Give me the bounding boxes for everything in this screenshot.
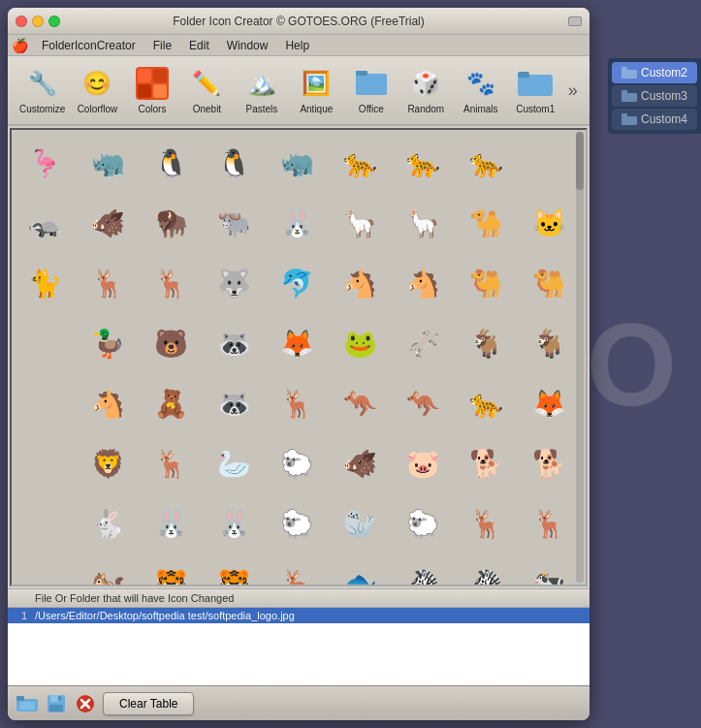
resize-handle[interactable] xyxy=(568,16,582,26)
animal-cell[interactable]: 🦙 xyxy=(395,194,453,252)
toolbar-colorflow[interactable]: 😊 Colorflow xyxy=(71,59,123,121)
animal-cell[interactable]: 🐴 xyxy=(332,254,390,312)
animal-cell[interactable]: 🐈 xyxy=(16,254,74,312)
animal-cell[interactable]: 🦌 xyxy=(268,374,326,432)
toolbar-random[interactable]: 🎲 Random xyxy=(399,59,452,121)
animal-cell[interactable]: 🦌 xyxy=(142,434,200,492)
animal-cell[interactable]: 🐰 xyxy=(142,494,200,553)
animal-cell[interactable]: 🦘 xyxy=(332,374,390,432)
animal-cell[interactable]: 🦢 xyxy=(205,434,263,492)
animal-cell[interactable]: 🐆 xyxy=(332,134,390,192)
animal-cell[interactable]: 🦌 xyxy=(458,494,516,553)
animal-cell[interactable]: 🐑 xyxy=(268,434,326,492)
toolbar-animals[interactable]: 🐾 Animals xyxy=(455,59,507,121)
animal-cell[interactable] xyxy=(16,434,74,492)
toolbar-office[interactable]: Office xyxy=(345,59,398,121)
animal-cell[interactable]: 🐃 xyxy=(205,194,263,252)
animal-cell[interactable] xyxy=(16,314,74,372)
animal-cell[interactable]: 🐫 xyxy=(521,254,579,312)
animal-cell[interactable]: 🐕 xyxy=(458,434,516,492)
animal-cell[interactable]: 🐫 xyxy=(458,254,516,312)
file-row[interactable]: 1/Users/Editor/Desktop/softpedia test/so… xyxy=(8,608,589,623)
animal-cell[interactable] xyxy=(16,374,74,432)
apple-menu[interactable]: 🍎 xyxy=(12,38,28,53)
animal-cell[interactable]: 🐻 xyxy=(142,314,200,372)
animal-cell[interactable]: 🦩 xyxy=(16,134,74,192)
animal-cell[interactable]: 🐱 xyxy=(521,194,579,252)
animal-cell[interactable]: 🐰 xyxy=(268,194,326,252)
menu-help[interactable]: Help xyxy=(277,38,317,53)
animal-cell[interactable]: 🐷 xyxy=(395,434,453,492)
animal-cell[interactable]: 🐕 xyxy=(521,434,579,492)
minimize-button[interactable] xyxy=(32,16,44,27)
animal-cell[interactable]: 🐄 xyxy=(521,554,579,585)
animal-cell[interactable]: 🐯 xyxy=(142,554,200,585)
clear-table-button[interactable]: Clear Table xyxy=(103,692,194,715)
menu-file[interactable]: File xyxy=(145,38,179,53)
save-button[interactable] xyxy=(45,692,68,715)
animal-cell[interactable]: 🐬 xyxy=(268,254,326,312)
scrollbar[interactable] xyxy=(576,132,584,583)
animal-cell[interactable]: 🦊 xyxy=(521,374,579,432)
animal-cell[interactable] xyxy=(521,134,579,192)
animal-cell[interactable]: 🐇 xyxy=(79,494,137,553)
animal-cell[interactable]: 🦏 xyxy=(268,134,326,192)
animal-cell[interactable] xyxy=(16,494,74,553)
toolbar-onebit[interactable]: ✏️ Onebit xyxy=(180,59,233,121)
animal-cell[interactable]: 🦏 xyxy=(79,134,137,192)
animal-cell[interactable]: 🦁 xyxy=(79,434,137,492)
animal-cell[interactable]: 🦌 xyxy=(79,254,137,312)
animal-cell[interactable]: 🐴 xyxy=(79,374,137,432)
animal-cell[interactable]: 🦬 xyxy=(142,194,200,252)
animal-cell[interactable]: 🐟 xyxy=(332,554,390,585)
animal-cell[interactable]: 🐑 xyxy=(268,494,326,553)
open-file-button[interactable] xyxy=(16,692,39,715)
toolbar-colors[interactable]: Colors xyxy=(126,59,178,121)
animal-cell[interactable]: 🐺 xyxy=(205,254,263,312)
custom2-tab-active[interactable]: Custom2 xyxy=(612,62,697,83)
animal-cell[interactable]: 🦝 xyxy=(205,374,263,432)
animal-cell[interactable]: 🐸 xyxy=(332,314,390,372)
animal-cell[interactable]: 🐆 xyxy=(458,374,516,432)
animal-cell[interactable]: 🐐 xyxy=(521,314,579,372)
animal-cell[interactable]: 🐆 xyxy=(395,134,453,192)
animal-cell[interactable]: 🐰 xyxy=(205,494,263,553)
animal-cell[interactable]: 🦝 xyxy=(205,314,263,372)
animal-cell[interactable]: 🐧 xyxy=(142,134,200,192)
animal-cell[interactable]: 🦓 xyxy=(395,554,453,585)
animal-cell[interactable]: 🧸 xyxy=(142,374,200,432)
custom3-tab[interactable]: Custom3 xyxy=(612,85,697,107)
toolbar-customize[interactable]: 🔧 Customize xyxy=(16,59,69,121)
close-button[interactable] xyxy=(16,16,27,27)
animal-cell[interactable]: 🐗 xyxy=(332,434,390,492)
animal-cell[interactable]: 🦌 xyxy=(268,554,326,585)
animal-cell[interactable] xyxy=(16,554,74,585)
maximize-button[interactable] xyxy=(48,16,60,27)
animal-cell[interactable]: 🦌 xyxy=(521,494,579,553)
animal-cell[interactable]: 🐐 xyxy=(458,314,516,372)
animal-cell[interactable]: 🦡 xyxy=(16,194,74,252)
animal-cell[interactable]: 🫏 xyxy=(395,314,453,372)
animal-cell[interactable]: 🐧 xyxy=(205,134,263,192)
file-table-body[interactable]: 1/Users/Editor/Desktop/softpedia test/so… xyxy=(8,608,589,685)
toolbar-custom1[interactable]: Custom1 xyxy=(509,59,561,121)
scrollbar-thumb[interactable] xyxy=(576,132,584,190)
animal-cell[interactable]: 🦌 xyxy=(142,254,200,312)
animal-cell[interactable]: 🐆 xyxy=(458,134,516,192)
menu-foldericon[interactable]: FolderIconCreator xyxy=(34,38,143,53)
custom4-tab[interactable]: Custom4 xyxy=(612,109,697,130)
toolbar-pastels[interactable]: 🏔️ Pastels xyxy=(236,59,288,121)
animal-cell[interactable]: 🦆 xyxy=(79,314,137,372)
animal-cell[interactable]: 🦊 xyxy=(268,314,326,372)
animal-cell[interactable]: 🐪 xyxy=(458,194,516,252)
animal-cell[interactable]: 🦙 xyxy=(332,194,390,252)
animal-cell[interactable]: 🐿️ xyxy=(79,554,137,585)
menu-window[interactable]: Window xyxy=(219,38,276,53)
animal-cell[interactable]: 🦓 xyxy=(458,554,516,585)
delete-button[interactable] xyxy=(74,692,97,715)
animal-cell[interactable]: 🦘 xyxy=(395,374,453,432)
animal-cell[interactable]: 🐴 xyxy=(395,254,453,312)
animal-cell[interactable]: 🐗 xyxy=(79,194,137,252)
animal-cell[interactable]: 🐯 xyxy=(205,554,263,585)
animal-cell[interactable]: 🐑 xyxy=(395,494,453,553)
